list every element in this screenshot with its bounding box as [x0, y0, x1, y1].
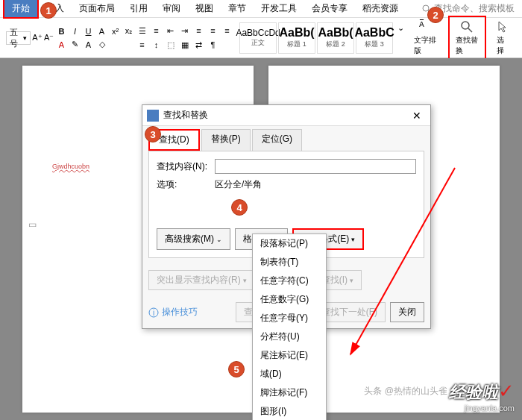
- justify-icon[interactable]: ≡: [136, 39, 148, 51]
- clear-format-icon[interactable]: ◇: [96, 39, 108, 51]
- style-h3[interactable]: AaBbC标题 3: [356, 22, 393, 54]
- find-content-input[interactable]: [215, 159, 416, 174]
- dropdown-item-field[interactable]: 域(D): [253, 365, 326, 383]
- numbering-icon[interactable]: ≡: [151, 25, 163, 37]
- underline-icon[interactable]: U: [83, 25, 95, 37]
- tab-references[interactable]: 引用: [122, 0, 155, 17]
- font-format-group: B I U A x² x₂ A ✎ A ◇: [56, 25, 135, 51]
- dialog-tabs: 查找(D) 替换(P) 定位(G): [142, 126, 430, 151]
- paragraph-group: ☰ ≡ ⇤ ⇥ ≡ ≡ ≡ ≡ ↕ ⬚ ▦ ⇄ ¶: [136, 25, 236, 51]
- close-button[interactable]: 关闭: [390, 302, 424, 322]
- find-replace-label: 查找替换: [456, 35, 479, 56]
- watermark-sub: jingyanla.com: [449, 404, 515, 413]
- tab-member[interactable]: 会员专享: [304, 0, 355, 17]
- dialog-tab-replace[interactable]: 替换(P): [201, 129, 251, 151]
- increase-indent-icon[interactable]: ⇥: [179, 25, 191, 37]
- dialog-title-text: 查找和替换: [163, 109, 208, 122]
- text-layout-button[interactable]: A̅ 文字排版: [408, 17, 443, 59]
- tab-sections[interactable]: 章节: [221, 0, 254, 17]
- right-actions: A̅ 文字排版 查找替换 选择: [408, 16, 516, 60]
- align-center-icon[interactable]: ≡: [207, 25, 219, 37]
- font-color-icon[interactable]: A: [56, 39, 68, 51]
- super-icon[interactable]: x²: [110, 25, 122, 37]
- dropdown-item-anydigit[interactable]: 任意数字(G): [253, 290, 326, 309]
- dialog-titlebar[interactable]: 查找和替换 ✕: [142, 105, 430, 126]
- style-h2[interactable]: AaBb(标题 2: [317, 22, 354, 54]
- tab-review[interactable]: 审阅: [155, 0, 188, 17]
- info-icon: i: [148, 307, 159, 318]
- bullets-icon[interactable]: ☰: [136, 25, 148, 37]
- styles-group: AaBbCcDd正文 AaBb(标题 1 AaBb(标题 2 AaBbC标题 3…: [239, 22, 406, 54]
- callout-5: 5: [228, 361, 245, 377]
- magnifier-icon: [460, 20, 474, 34]
- svg-line-3: [468, 28, 472, 32]
- cursor-icon: [497, 20, 510, 34]
- advanced-search-button[interactable]: 高级搜索(M) ⌄: [157, 228, 230, 250]
- find-content-label: 查找内容(N):: [157, 160, 215, 173]
- strike-icon[interactable]: A: [96, 25, 108, 37]
- tips-link[interactable]: i 操作技巧: [148, 306, 198, 319]
- dropdown-item-graphic[interactable]: 图形(I): [253, 402, 326, 420]
- tab-developer[interactable]: 开发工具: [254, 0, 304, 17]
- check-icon: ✓: [498, 380, 515, 402]
- show-marks-icon[interactable]: ¶: [207, 39, 219, 51]
- special-format-dropdown: 段落标记(P) 制表符(T) 任意字符(C) 任意数字(G) 任意字母(Y) 分…: [252, 233, 327, 420]
- text-layout-label: 文字排版: [414, 35, 437, 56]
- select-button[interactable]: 选择: [491, 17, 516, 59]
- tab-icon[interactable]: ⇄: [193, 39, 205, 51]
- ribbon-toolbar: 五号 ▾ A⁺ A⁻ B I U A x² x₂ A ✎ A ◇ ☰ ≡ ⇤ ⇥…: [0, 18, 522, 58]
- shading-icon[interactable]: ⬚: [165, 39, 177, 51]
- dropdown-item-columnbreak[interactable]: 分栏符(U): [253, 327, 326, 346]
- ribbon-search-placeholder: 查找命令、搜索模板: [434, 2, 515, 15]
- dropdown-item-endnote[interactable]: 尾注标记(E): [253, 346, 326, 365]
- dialog-app-icon: [147, 110, 159, 122]
- site-watermark: 经验啦✓ jingyanla.com: [449, 380, 515, 413]
- dropdown-item-anychar[interactable]: 任意字符(C): [253, 272, 326, 290]
- align-right-icon[interactable]: ≡: [221, 25, 233, 37]
- align-left-icon[interactable]: ≡: [193, 25, 205, 37]
- svg-point-2: [462, 22, 469, 29]
- find-replace-button[interactable]: 查找替换: [448, 16, 486, 60]
- options-label: 选项:: [157, 178, 215, 191]
- dropdown-item-anyletter[interactable]: 任意字母(Y): [253, 309, 326, 327]
- watermark-main: 经验啦: [449, 383, 498, 401]
- italic-icon[interactable]: I: [69, 25, 81, 37]
- callout-4: 4: [231, 199, 248, 216]
- tab-home[interactable]: 开始: [3, 0, 39, 19]
- highlight-results-button[interactable]: 突出显示查找内容(R) ▾: [148, 270, 255, 290]
- svg-text:i: i: [153, 309, 154, 317]
- decrease-indent-icon[interactable]: ⇤: [165, 25, 177, 37]
- bold-icon[interactable]: B: [56, 25, 68, 37]
- styles-more-icon[interactable]: ⌄: [394, 22, 406, 34]
- dropdown-item-footnote[interactable]: 脚注标记(F): [253, 383, 326, 402]
- borders-icon[interactable]: ▦: [179, 39, 191, 51]
- style-h1[interactable]: AaBb(标题 1: [278, 22, 315, 54]
- style-normal[interactable]: AaBbCcDd正文: [239, 22, 277, 54]
- dialog-tab-goto[interactable]: 定位(G): [252, 129, 302, 151]
- increase-font-icon[interactable]: A⁺: [32, 32, 43, 44]
- dropdown-item-paragraph[interactable]: 段落标记(P): [253, 234, 326, 253]
- font-size-select[interactable]: 五号 ▾: [6, 31, 31, 45]
- dropdown-item-tab[interactable]: 制表符(T): [253, 253, 326, 272]
- decrease-font-icon[interactable]: A⁻: [44, 32, 54, 44]
- callout-1: 1: [40, 2, 57, 19]
- sub-icon[interactable]: x₂: [123, 25, 135, 37]
- callout-3: 3: [145, 126, 161, 142]
- toutiao-watermark: 头条 @热情的山头雀: [364, 385, 447, 398]
- tab-page-layout[interactable]: 页面布局: [72, 0, 122, 17]
- font-group: 五号 ▾ A⁺ A⁻: [6, 31, 54, 45]
- char-border-icon[interactable]: A: [83, 39, 95, 51]
- select-label: 选择: [497, 35, 510, 56]
- tab-view[interactable]: 视图: [188, 0, 221, 17]
- options-value: 区分全/半角: [215, 178, 262, 191]
- callout-2: 2: [427, 7, 444, 23]
- line-spacing-icon[interactable]: ↕: [151, 39, 163, 51]
- page-indicator-icon: ▭: [28, 219, 37, 230]
- dialog-close-button[interactable]: ✕: [408, 110, 426, 122]
- tab-resources[interactable]: 稻壳资源: [355, 0, 406, 17]
- highlight-icon[interactable]: ✎: [69, 39, 81, 51]
